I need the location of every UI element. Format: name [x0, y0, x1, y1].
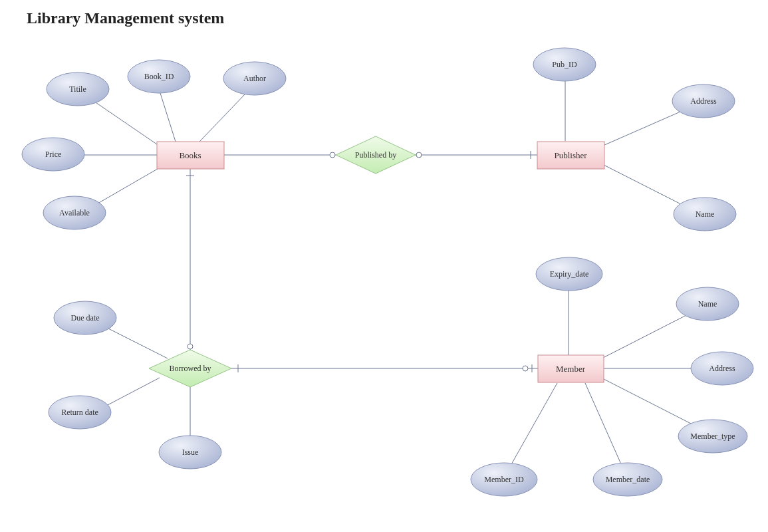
svg-text:Issue: Issue	[182, 448, 199, 457]
svg-point-15	[523, 366, 528, 371]
attr-books-title: Titile	[47, 72, 109, 106]
connectors	[83, 80, 695, 466]
relationship-published-by: Published by	[336, 136, 416, 174]
attr-publisher-address: Address	[672, 84, 735, 118]
attr-borrowed-issue: Issue	[159, 436, 221, 469]
attr-member-address: Address	[691, 352, 753, 385]
entity-books: Books	[157, 142, 224, 169]
er-diagram: Books Publisher Member Published by Borr…	[0, 0, 768, 532]
svg-line-9	[93, 167, 161, 206]
svg-text:Name: Name	[696, 209, 715, 219]
svg-point-11	[188, 344, 193, 349]
svg-text:Expiry_date: Expiry_date	[550, 269, 589, 279]
svg-line-21	[598, 110, 685, 148]
attr-member-name: Name	[676, 287, 739, 321]
svg-text:Name: Name	[698, 299, 717, 309]
svg-text:Pub_ID: Pub_ID	[552, 60, 577, 69]
svg-text:Due date: Due date	[71, 313, 100, 323]
attr-books-book-id: Book_ID	[128, 60, 190, 93]
attr-borrowed-return-date: Return date	[49, 396, 111, 429]
svg-line-17	[103, 326, 168, 358]
svg-line-22	[598, 162, 685, 206]
svg-text:Address: Address	[709, 364, 735, 373]
svg-text:Books: Books	[179, 150, 201, 160]
svg-text:Publisher: Publisher	[554, 150, 587, 160]
svg-line-7	[199, 93, 246, 142]
svg-text:Borrowed by: Borrowed by	[170, 364, 211, 373]
svg-text:Published by: Published by	[355, 150, 396, 160]
svg-text:Available: Available	[59, 208, 90, 217]
svg-line-27	[585, 383, 622, 466]
svg-line-6	[160, 93, 176, 142]
attr-books-price: Price	[22, 138, 84, 171]
svg-text:Member_date: Member_date	[606, 475, 650, 484]
svg-line-18	[106, 378, 160, 406]
svg-text:Member_type: Member_type	[690, 432, 735, 441]
attr-member-member-date: Member_date	[593, 463, 662, 496]
svg-point-3	[416, 152, 422, 158]
svg-text:Address: Address	[690, 96, 717, 106]
svg-line-24	[600, 313, 692, 359]
entity-publisher: Publisher	[537, 142, 604, 169]
svg-line-26	[601, 378, 695, 426]
attr-member-expiry-date: Expiry_date	[536, 257, 602, 291]
svg-text:Member: Member	[556, 364, 586, 374]
svg-line-5	[90, 98, 157, 144]
attr-publisher-name: Name	[674, 198, 736, 231]
svg-text:Book_ID: Book_ID	[144, 72, 174, 81]
svg-text:Member_ID: Member_ID	[484, 475, 524, 484]
entity-member: Member	[538, 355, 604, 382]
svg-text:Titile: Titile	[69, 84, 86, 94]
svg-text:Author: Author	[243, 74, 266, 83]
svg-text:Price: Price	[45, 150, 62, 159]
attr-books-author: Author	[223, 62, 286, 95]
attr-member-member-id: Member_ID	[471, 463, 537, 496]
svg-line-28	[511, 383, 557, 466]
svg-text:Return date: Return date	[61, 408, 98, 417]
attr-borrowed-due-date: Due date	[54, 301, 116, 334]
svg-point-1	[330, 152, 335, 158]
attr-publisher-pub-id: Pub_ID	[533, 48, 596, 81]
attr-books-available: Available	[43, 196, 106, 229]
attr-member-member-type: Member_type	[678, 420, 747, 453]
